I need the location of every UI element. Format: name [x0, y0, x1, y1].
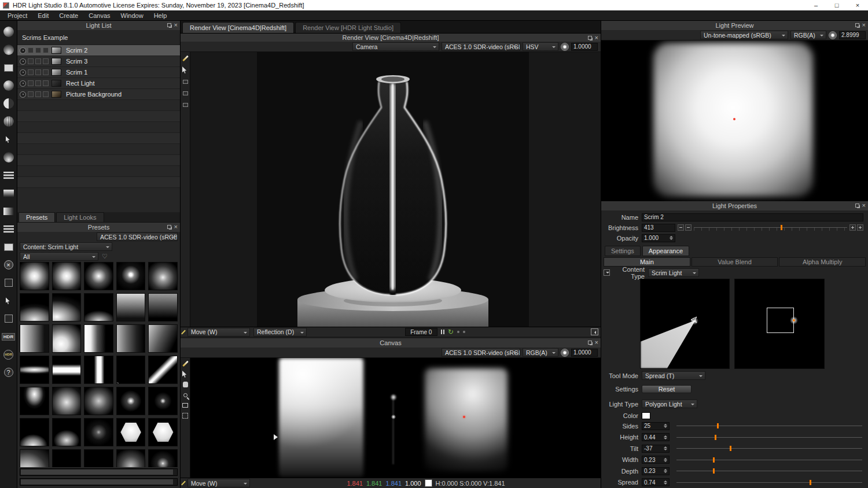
frame-tool-icon[interactable]: [181, 401, 189, 409]
stepper-icon[interactable]: [664, 480, 667, 485]
exposure-icon[interactable]: [829, 31, 837, 39]
float-panel-icon[interactable]: [167, 23, 171, 27]
tool-mode-dropdown[interactable]: Spread (T): [642, 371, 705, 380]
wipe-light-icon[interactable]: [2, 97, 15, 110]
light-color-swatch[interactable]: [642, 412, 650, 419]
preset-thumbnail[interactable]: [84, 356, 113, 384]
slider-marker[interactable]: [713, 468, 715, 474]
menu-canvas[interactable]: Canvas: [83, 12, 115, 19]
light-toggle-button[interactable]: [28, 69, 34, 75]
preset-thumbnail[interactable]: [148, 293, 178, 321]
panel-icon[interactable]: [181, 89, 189, 97]
pick-mode-dropdown[interactable]: Reflection (D): [253, 328, 307, 337]
preset-thumbnail[interactable]: [148, 262, 178, 290]
content-type-dropdown[interactable]: Scrim Light: [648, 268, 699, 277]
menu-edit[interactable]: Edit: [32, 12, 54, 19]
preset-thumbnail[interactable]: [52, 324, 82, 353]
light-list-empty-row[interactable]: [17, 122, 180, 133]
slider-marker[interactable]: [717, 423, 719, 428]
slider-marker[interactable]: [713, 457, 715, 463]
stepper-icon[interactable]: [664, 424, 667, 428]
preset-thumbnail[interactable]: [148, 387, 178, 415]
canvas-channels-dropdown[interactable]: RGB(A): [523, 348, 558, 357]
hdr-globe-icon[interactable]: HDR: [2, 348, 15, 361]
light-list-row[interactable]: Scrim 3: [17, 56, 180, 67]
tone-mapping-dropdown[interactable]: Un-tone-mapped (sRGB): [700, 31, 788, 39]
preset-thumbnail[interactable]: [116, 356, 146, 384]
param-value-field[interactable]: 0.44: [642, 433, 670, 441]
maximize-button[interactable]: □: [826, 0, 847, 10]
preset-thumbnail[interactable]: [84, 293, 113, 321]
presets-content-filter-dropdown[interactable]: Content: Scrim Light: [20, 242, 112, 251]
loop-icon[interactable]: ↻: [448, 328, 454, 335]
strip-light-icon[interactable]: [2, 223, 15, 235]
light-name-field[interactable]: Scrim 2: [642, 213, 863, 221]
display-mode-dropdown[interactable]: HSV: [523, 42, 558, 51]
arrow-icon[interactable]: [2, 294, 15, 307]
presets-category-dropdown[interactable]: All: [20, 252, 98, 261]
favorite-heart-icon[interactable]: ♡: [102, 253, 108, 260]
load-content-icon[interactable]: [604, 269, 610, 276]
preset-thumbnail[interactable]: [20, 387, 49, 415]
reset-button[interactable]: Reset: [642, 385, 692, 393]
light-toggle-button[interactable]: [35, 91, 41, 97]
light-toggle-button[interactable]: [28, 58, 34, 64]
preset-thumbnail[interactable]: [52, 449, 82, 467]
preset-thumbnail[interactable]: [52, 293, 82, 321]
subtab-value-blend[interactable]: Value Blend: [692, 257, 778, 267]
preset-thumbnail[interactable]: [84, 324, 113, 353]
close-panel-icon[interactable]: ×: [595, 339, 598, 346]
menu-window[interactable]: Window: [116, 12, 149, 19]
param-slider[interactable]: [676, 445, 862, 452]
stepper-icon[interactable]: [664, 435, 667, 439]
light-toggle-button[interactable]: [28, 80, 34, 86]
scrim-lines-icon[interactable]: [2, 169, 15, 182]
sphere-light-icon[interactable]: [2, 25, 15, 38]
camera-dropdown[interactable]: Camera: [352, 42, 439, 51]
param-value-field[interactable]: -37: [642, 445, 670, 453]
preset-thumbnail[interactable]: [116, 387, 146, 415]
slider-marker[interactable]: [730, 446, 731, 451]
preset-thumbnail[interactable]: [20, 418, 49, 446]
preset-thumbnail[interactable]: [52, 387, 82, 415]
preset-thumbnail[interactable]: [20, 356, 49, 384]
pen-tool-icon[interactable]: [181, 360, 189, 368]
brightness-increase-icon[interactable]: [857, 224, 863, 231]
subtab-alpha-multiply[interactable]: Alpha Multiply: [779, 257, 866, 267]
param-value-field[interactable]: 0.74: [642, 478, 670, 486]
tab-render-view-hdrls[interactable]: Render View [HDR Light Studio]: [295, 22, 401, 33]
exposure-icon[interactable]: [561, 349, 569, 357]
canvas-colorspace-dropdown[interactable]: ACES 1.0 SDR-video (sRGB): [442, 348, 520, 357]
eraser-icon[interactable]: [2, 61, 15, 74]
light-toggle-button[interactable]: [28, 91, 34, 97]
pause-icon[interactable]: [441, 330, 444, 334]
preset-thumbnail[interactable]: [148, 449, 178, 467]
preset-thumbnail[interactable]: [20, 449, 49, 467]
content-map-preview[interactable]: [734, 279, 825, 369]
snap-tool-icon[interactable]: [181, 412, 189, 420]
scrollbar-handle[interactable]: [21, 469, 173, 475]
canvas-scrim-left[interactable]: [279, 358, 363, 477]
pick-light-icon[interactable]: [2, 133, 15, 146]
light-list-row[interactable]: Scrim 1: [17, 67, 180, 78]
stepper-icon[interactable]: [664, 469, 667, 473]
param-slider[interactable]: [676, 456, 862, 464]
light-list-row[interactable]: Scrim 2: [17, 45, 180, 56]
param-value-field[interactable]: 0.23: [642, 456, 670, 464]
render-image[interactable]: [257, 52, 529, 327]
opacity-field[interactable]: 1.000: [642, 234, 675, 242]
param-value-field[interactable]: 0.23: [642, 467, 670, 475]
light-list-row[interactable]: Rect Light: [17, 78, 180, 89]
tab-settings[interactable]: Settings: [605, 246, 641, 256]
preset-thumbnail[interactable]: [20, 293, 49, 321]
light-toggle-button[interactable]: [28, 47, 34, 53]
presets-scrollbar[interactable]: [20, 478, 178, 486]
presets-colorspace-dropdown[interactable]: ACES 1.0 SDR-video (sRGB): [97, 232, 178, 241]
close-panel-icon[interactable]: ×: [595, 35, 598, 41]
light-toggle-button[interactable]: [43, 58, 49, 64]
light-toggle-button[interactable]: [35, 80, 41, 86]
light-toggle-button[interactable]: [43, 47, 49, 53]
light-list-empty-row[interactable]: [17, 144, 180, 155]
gradient-v-icon[interactable]: [2, 187, 15, 199]
select-tool-icon[interactable]: [181, 370, 189, 378]
